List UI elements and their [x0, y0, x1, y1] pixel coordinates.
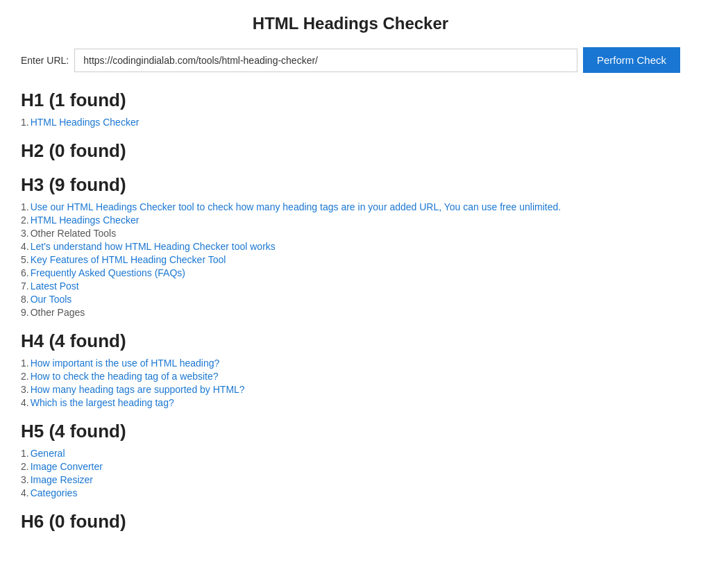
- item-link[interactable]: How many heading tags are supported by H…: [31, 384, 245, 395]
- list-item: 1.General: [21, 448, 680, 459]
- section-list-h1: 1.HTML Headings Checker: [21, 117, 680, 128]
- item-num: 9.: [21, 307, 29, 318]
- section-title-h2: H2 (0 found): [21, 140, 680, 162]
- item-link[interactable]: Categories: [31, 487, 78, 498]
- item-link[interactable]: Image Resizer: [31, 474, 93, 485]
- section-h4: H4 (4 found)1.How important is the use o…: [21, 330, 680, 408]
- item-num: 5.: [21, 254, 29, 265]
- section-h2: H2 (0 found): [21, 140, 680, 162]
- item-link[interactable]: How important is the use of HTML heading…: [31, 358, 220, 369]
- section-list-h3: 1.Use our HTML Headings Checker tool to …: [21, 201, 680, 318]
- list-item: 8.Our Tools: [21, 294, 680, 305]
- page-title: HTML Headings Checker: [21, 14, 680, 33]
- section-h5: H5 (4 found)1.General2.Image Converter3.…: [21, 421, 680, 498]
- item-link[interactable]: HTML Headings Checker: [31, 215, 140, 226]
- item-text: Other Pages: [31, 307, 85, 318]
- item-link[interactable]: Which is the largest heading tag?: [31, 397, 174, 408]
- item-link[interactable]: Latest Post: [31, 280, 79, 292]
- list-item: 2.How to check the heading tag of a webs…: [21, 371, 680, 382]
- item-num: 2.: [21, 461, 29, 472]
- item-link[interactable]: General: [31, 448, 65, 459]
- list-item: 9.Other Pages: [21, 307, 680, 318]
- section-h6: H6 (0 found): [21, 511, 680, 532]
- url-label: Enter URL:: [21, 55, 69, 66]
- url-row: Enter URL: Perform Check: [21, 47, 680, 73]
- item-link[interactable]: Key Features of HTML Heading Checker Too…: [31, 254, 226, 265]
- list-item: 2.HTML Headings Checker: [21, 215, 680, 226]
- item-num: 3.: [21, 384, 29, 395]
- item-num: 3.: [21, 474, 29, 485]
- url-input[interactable]: [74, 49, 577, 72]
- item-num: 7.: [21, 280, 29, 292]
- section-title-h6: H6 (0 found): [21, 511, 680, 532]
- section-h1: H1 (1 found)1.HTML Headings Checker: [21, 90, 680, 128]
- item-num: 2.: [21, 371, 29, 382]
- item-num: 2.: [21, 215, 29, 226]
- list-item: 6.Frequently Asked Questions (FAQs): [21, 267, 680, 278]
- list-item: 3.Image Resizer: [21, 474, 680, 485]
- item-link[interactable]: Our Tools: [31, 294, 72, 305]
- item-num: 1.: [21, 448, 29, 459]
- item-link[interactable]: HTML Headings Checker: [31, 117, 140, 128]
- section-list-h5: 1.General2.Image Converter3.Image Resize…: [21, 448, 680, 498]
- section-title-h4: H4 (4 found): [21, 330, 680, 352]
- item-num: 1.: [21, 201, 29, 212]
- perform-check-button[interactable]: Perform Check: [583, 47, 680, 73]
- item-text: Other Related Tools: [31, 228, 116, 239]
- list-item: 1.How important is the use of HTML headi…: [21, 358, 680, 369]
- list-item: 5.Key Features of HTML Heading Checker T…: [21, 254, 680, 265]
- sections-container: H1 (1 found)1.HTML Headings CheckerH2 (0…: [21, 90, 680, 532]
- list-item: 3.How many heading tags are supported by…: [21, 384, 680, 395]
- item-num: 8.: [21, 294, 29, 305]
- item-link[interactable]: Let's understand how HTML Heading Checke…: [31, 241, 276, 252]
- section-title-h5: H5 (4 found): [21, 421, 680, 442]
- list-item: 4.Let's understand how HTML Heading Chec…: [21, 241, 680, 252]
- section-title-h3: H3 (9 found): [21, 174, 680, 196]
- list-item: 1.HTML Headings Checker: [21, 117, 680, 128]
- list-item: 4.Categories: [21, 487, 680, 498]
- list-item: 4.Which is the largest heading tag?: [21, 397, 680, 408]
- list-item: 1.Use our HTML Headings Checker tool to …: [21, 201, 680, 212]
- item-num: 1.: [21, 358, 29, 369]
- item-num: 4.: [21, 397, 29, 408]
- list-item: 2.Image Converter: [21, 461, 680, 472]
- section-title-h1: H1 (1 found): [21, 90, 680, 111]
- list-item: 3.Other Related Tools: [21, 228, 680, 239]
- section-h3: H3 (9 found)1.Use our HTML Headings Chec…: [21, 174, 680, 318]
- item-num: 3.: [21, 228, 29, 239]
- item-num: 4.: [21, 241, 29, 252]
- section-list-h4: 1.How important is the use of HTML headi…: [21, 358, 680, 408]
- item-link[interactable]: Use our HTML Headings Checker tool to ch…: [31, 201, 561, 212]
- item-link[interactable]: Frequently Asked Questions (FAQs): [31, 267, 185, 278]
- item-num: 1.: [21, 117, 29, 128]
- list-item: 7.Latest Post: [21, 280, 680, 292]
- item-num: 4.: [21, 487, 29, 498]
- item-num: 6.: [21, 267, 29, 278]
- item-link[interactable]: How to check the heading tag of a websit…: [31, 371, 219, 382]
- item-link[interactable]: Image Converter: [31, 461, 103, 472]
